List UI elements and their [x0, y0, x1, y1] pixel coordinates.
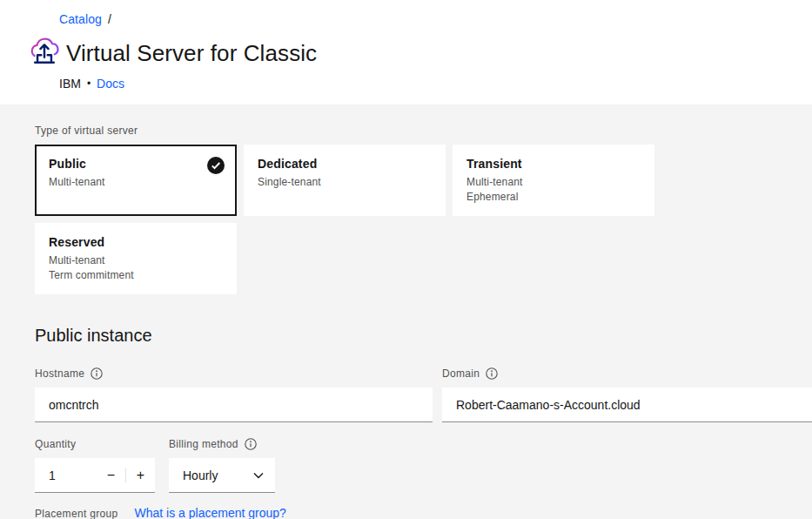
page-title: Virtual Server for Classic — [66, 40, 317, 67]
hostname-field-group: Hostname — [35, 367, 433, 422]
meta-separator: • — [87, 78, 91, 90]
tile-subtitle: Ephemeral — [466, 190, 641, 205]
tile-public[interactable]: Public Multi-tenant — [35, 145, 237, 216]
tile-subtitle: Multi-tenant — [466, 175, 641, 190]
placement-group-label: Placement group — [35, 508, 118, 519]
type-section-label: Type of virtual server — [35, 125, 812, 137]
public-instance-heading: Public instance — [35, 324, 812, 347]
hostname-input[interactable] — [35, 388, 433, 422]
quantity-label-row: Quantity — [35, 438, 155, 450]
cloud-upload-icon — [29, 37, 60, 70]
billing-method-value: Hourly — [183, 468, 218, 482]
placement-group-row: Placement group What is a placement grou… — [35, 506, 812, 519]
domain-label: Domain — [442, 367, 480, 380]
tile-subtitle: Term commitment — [49, 268, 223, 283]
tile-title: Dedicated — [258, 156, 432, 172]
billing-field-group: Billing method Hourly — [169, 438, 275, 493]
domain-label-row: Domain — [442, 367, 812, 380]
quantity-billing-row: Quantity − + Billing method Hourly — [35, 438, 812, 493]
tile-title: Transient — [466, 156, 641, 172]
billing-method-dropdown[interactable]: Hourly — [169, 458, 275, 493]
breadcrumb-separator: / — [108, 12, 111, 26]
docs-link[interactable]: Docs — [97, 77, 124, 91]
domain-info-icon[interactable] — [486, 367, 498, 380]
placement-group-link[interactable]: What is a placement group? — [135, 506, 286, 519]
vendor-label: IBM — [59, 77, 81, 91]
tile-subtitle: Multi-tenant — [49, 253, 223, 268]
tile-transient[interactable]: Transient Multi-tenant Ephemeral — [453, 145, 654, 216]
selected-check-icon — [207, 157, 225, 174]
quantity-input[interactable] — [35, 458, 97, 492]
quantity-field-group: Quantity − + — [35, 438, 155, 493]
breadcrumb: Catalog/ — [59, 12, 111, 26]
billing-info-icon[interactable] — [245, 438, 257, 450]
quantity-increment-button[interactable]: + — [126, 458, 155, 492]
tile-title: Public — [49, 156, 223, 172]
title-row: Virtual Server for Classic — [29, 37, 317, 70]
hostname-label: Hostname — [35, 367, 84, 380]
header-meta: IBM • Docs — [59, 77, 124, 91]
billing-method-label: Billing method — [169, 438, 238, 450]
domain-field-group: Domain — [442, 367, 812, 422]
chevron-down-icon — [253, 472, 264, 479]
billing-label-row: Billing method — [169, 438, 275, 450]
quantity-stepper: − + — [35, 458, 155, 493]
hostname-info-icon[interactable] — [91, 367, 103, 380]
hostname-domain-row: Hostname Domain — [35, 367, 812, 422]
tile-dedicated[interactable]: Dedicated Single-tenant — [244, 145, 446, 216]
quantity-label: Quantity — [35, 438, 76, 450]
hostname-label-row: Hostname — [35, 367, 433, 380]
server-type-tiles: Public Multi-tenant Dedicated Single-ten… — [35, 145, 654, 294]
domain-input[interactable] — [442, 388, 812, 422]
tile-title: Reserved — [49, 234, 223, 250]
tile-subtitle: Single-tenant — [258, 175, 432, 190]
breadcrumb-catalog-link[interactable]: Catalog — [59, 12, 102, 26]
page-header: Catalog/ Virtual Server for Classic IBM … — [0, 0, 812, 104]
tile-reserved[interactable]: Reserved Multi-tenant Term commitment — [35, 223, 237, 294]
tile-subtitle: Multi-tenant — [49, 175, 223, 190]
quantity-decrement-button[interactable]: − — [97, 458, 125, 492]
content-area: Type of virtual server Public Multi-tena… — [0, 104, 812, 519]
